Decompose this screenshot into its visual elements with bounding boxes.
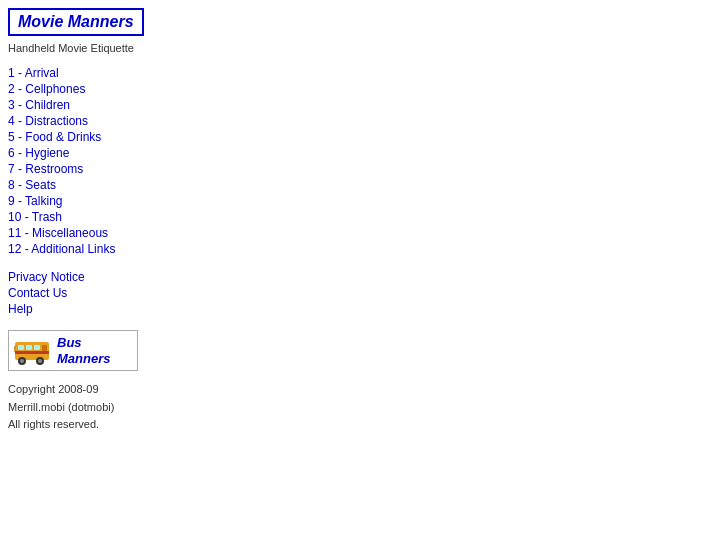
svg-rect-2: [26, 345, 32, 350]
copyright-block: Copyright 2008-09 Merrill.mobi (dotmobi)…: [8, 381, 719, 434]
section-link-item: Privacy Notice: [8, 270, 719, 284]
nav-item: 8 - Seats: [8, 178, 719, 192]
section-link[interactable]: Privacy Notice: [8, 270, 85, 284]
nav-item: 7 - Restrooms: [8, 162, 719, 176]
nav-link[interactable]: 7 - Restrooms: [8, 162, 83, 176]
nav-item: 10 - Trash: [8, 210, 719, 224]
nav-link[interactable]: 8 - Seats: [8, 178, 56, 192]
logo-text: Movie Manners: [18, 13, 134, 30]
section-link-item: Help: [8, 302, 719, 316]
nav-link[interactable]: 1 - Arrival: [8, 66, 59, 80]
nav-link[interactable]: 5 - Food & Drinks: [8, 130, 101, 144]
section-link-item: Contact Us: [8, 286, 719, 300]
page-subtitle: Handheld Movie Etiquette: [8, 42, 719, 54]
nav-item: 11 - Miscellaneous: [8, 226, 719, 240]
nav-link[interactable]: 3 - Children: [8, 98, 70, 112]
nav-list: 1 - Arrival2 - Cellphones3 - Children4 -…: [8, 66, 719, 256]
nav-item: 12 - Additional Links: [8, 242, 719, 256]
nav-link[interactable]: 6 - Hygiene: [8, 146, 69, 160]
nav-link[interactable]: 4 - Distractions: [8, 114, 88, 128]
copyright-line2: Merrill.mobi (dotmobi): [8, 399, 719, 417]
bus-icon: [13, 336, 51, 366]
nav-link[interactable]: 2 - Cellphones: [8, 82, 85, 96]
copyright-line3: All rights reserved.: [8, 416, 719, 434]
nav-item: 1 - Arrival: [8, 66, 719, 80]
bus-banner[interactable]: Bus Manners: [8, 330, 138, 371]
nav-item: 2 - Cellphones: [8, 82, 719, 96]
section-link[interactable]: Help: [8, 302, 33, 316]
nav-item: 6 - Hygiene: [8, 146, 719, 160]
svg-point-7: [20, 359, 24, 363]
nav-item: 4 - Distractions: [8, 114, 719, 128]
svg-rect-10: [15, 351, 49, 354]
svg-point-9: [38, 359, 42, 363]
nav-link[interactable]: 12 - Additional Links: [8, 242, 115, 256]
logo[interactable]: Movie Manners: [8, 8, 144, 36]
nav-link[interactable]: 10 - Trash: [8, 210, 62, 224]
svg-rect-3: [34, 345, 40, 350]
section-link[interactable]: Contact Us: [8, 286, 67, 300]
svg-rect-1: [18, 345, 24, 350]
nav-link[interactable]: 9 - Talking: [8, 194, 62, 208]
nav-item: 3 - Children: [8, 98, 719, 112]
copyright-line1: Copyright 2008-09: [8, 381, 719, 399]
nav-link[interactable]: 11 - Miscellaneous: [8, 226, 108, 240]
nav-item: 5 - Food & Drinks: [8, 130, 719, 144]
bus-label: Bus Manners: [57, 335, 110, 366]
section-links: Privacy NoticeContact UsHelp: [8, 270, 719, 316]
nav-item: 9 - Talking: [8, 194, 719, 208]
